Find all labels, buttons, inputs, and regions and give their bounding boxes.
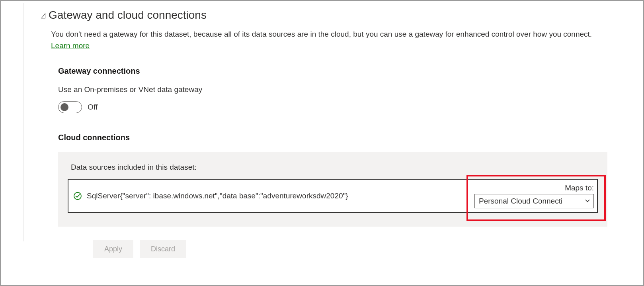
gateway-toggle-label: Use an On-premises or VNet data gateway	[58, 85, 607, 94]
chevron-down-icon	[585, 197, 590, 206]
svg-point-0	[74, 192, 81, 200]
maps-to-value: Personal Cloud Connecti	[479, 197, 562, 206]
left-divider	[23, 3, 23, 241]
gateway-toggle-row: Off	[58, 101, 607, 113]
gateway-subsection: Gateway connections Use an On-premises o…	[58, 67, 607, 227]
maps-to-column: Maps to: Personal Cloud Connecti	[474, 184, 594, 208]
settings-content: ◿ Gateway and cloud connections You don'…	[1, 1, 643, 266]
cloud-title: Cloud connections	[58, 133, 607, 142]
toggle-knob	[60, 103, 68, 111]
maps-to-select[interactable]: Personal Cloud Connecti	[474, 194, 594, 208]
footer-buttons: Apply Discard	[93, 240, 607, 258]
maps-to-label: Maps to:	[565, 184, 594, 192]
cloud-panel-label: Data sources included in this dataset:	[71, 163, 598, 172]
check-circle-icon	[73, 192, 82, 200]
datasource-row-wrap: SqlServer{"server": ibase.windows.net","…	[68, 179, 598, 213]
section-description: You don't need a gateway for this datase…	[51, 29, 607, 51]
section-title: Gateway and cloud connections	[49, 9, 207, 22]
collapse-icon: ◿	[41, 11, 45, 20]
description-text: You don't need a gateway for this datase…	[51, 30, 592, 38]
gateway-toggle[interactable]	[58, 101, 82, 113]
section-header[interactable]: ◿ Gateway and cloud connections	[41, 9, 607, 22]
learn-more-link[interactable]: Learn more	[51, 41, 90, 50]
apply-button[interactable]: Apply	[93, 240, 133, 258]
gateway-toggle-state: Off	[88, 103, 98, 112]
discard-button[interactable]: Discard	[140, 240, 186, 258]
datasource-text: SqlServer{"server": ibase.windows.net","…	[87, 191, 474, 202]
datasource-row: SqlServer{"server": ibase.windows.net","…	[68, 179, 598, 213]
gateway-title: Gateway connections	[58, 67, 607, 76]
cloud-connections-panel: Data sources included in this dataset: S…	[58, 152, 607, 227]
